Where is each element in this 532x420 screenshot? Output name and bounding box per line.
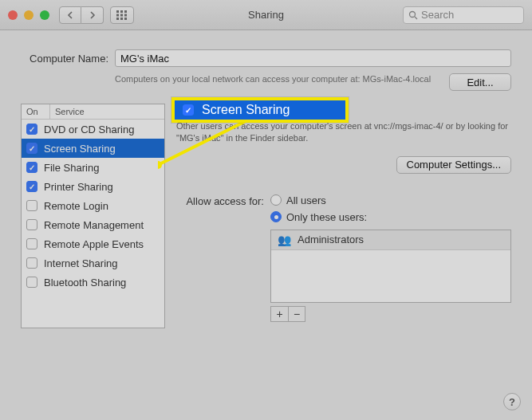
- nav-buttons: [59, 6, 104, 24]
- computer-name-label: Computer Name:: [21, 53, 108, 65]
- header-service: Service: [50, 104, 164, 119]
- service-label: Printer Sharing: [44, 181, 113, 193]
- access-label: Allow access for:: [176, 194, 264, 207]
- service-checkbox[interactable]: [26, 277, 37, 288]
- service-label: Internet Sharing: [44, 257, 118, 269]
- service-label: Remote Login: [44, 200, 108, 212]
- grid-icon: [116, 10, 128, 20]
- user-row[interactable]: 👥 Administrators: [271, 230, 510, 250]
- service-row[interactable]: Internet Sharing: [22, 253, 164, 273]
- computer-name-desc-row: Computers on your local network can acce…: [0, 70, 532, 91]
- svg-rect-4: [120, 14, 123, 16]
- user-list[interactable]: 👥 Administrators: [270, 230, 511, 303]
- chevron-right-icon: [89, 11, 96, 19]
- callout-label: Screen Sharing: [202, 103, 290, 117]
- users-icon: 👥: [278, 234, 291, 246]
- minimize-icon[interactable]: [24, 10, 33, 20]
- svg-rect-8: [124, 18, 127, 20]
- svg-rect-2: [124, 10, 127, 13]
- highlight-callout: Screen Sharing: [171, 97, 349, 123]
- service-checkbox[interactable]: [26, 238, 37, 249]
- svg-rect-0: [116, 10, 119, 13]
- service-checkbox[interactable]: [26, 162, 37, 173]
- computer-name-field[interactable]: [115, 49, 511, 67]
- zoom-icon[interactable]: [40, 10, 49, 20]
- service-label: File Sharing: [44, 162, 99, 174]
- radio-icon: [270, 194, 282, 206]
- service-label: DVD or CD Sharing: [44, 124, 134, 135]
- titlebar: Sharing Search: [0, 0, 532, 30]
- service-checkbox[interactable]: [26, 257, 37, 269]
- service-row[interactable]: File Sharing: [22, 158, 164, 177]
- service-row[interactable]: Printer Sharing: [22, 177, 164, 196]
- service-label: Remote Management: [44, 219, 144, 231]
- service-row[interactable]: Screen Sharing: [22, 139, 164, 158]
- back-button[interactable]: [59, 6, 81, 24]
- close-icon[interactable]: [8, 10, 18, 20]
- services-header: On Service: [22, 104, 164, 120]
- service-row[interactable]: Remote Apple Events: [22, 234, 164, 253]
- svg-rect-5: [124, 14, 127, 16]
- service-checkbox[interactable]: [26, 219, 37, 230]
- services-table: On Service DVD or CD SharingScreen Shari…: [21, 104, 165, 328]
- radio-all-users[interactable]: All users: [270, 194, 367, 206]
- computer-settings-button[interactable]: Computer Settings...: [396, 156, 512, 174]
- computer-name-row: Computer Name:: [0, 30, 532, 70]
- search-input[interactable]: Search: [403, 6, 524, 24]
- remove-user-button[interactable]: −: [288, 306, 305, 322]
- status-info-text: Other users can access your computer's s…: [176, 120, 511, 145]
- access-row: Allow access for: All users Only these u…: [176, 194, 511, 223]
- checkbox-icon: [183, 104, 194, 116]
- computer-name-description: Computers on your local network can acce…: [115, 73, 443, 85]
- header-on: On: [22, 104, 50, 119]
- svg-line-10: [415, 17, 417, 19]
- search-placeholder: Search: [421, 9, 454, 21]
- service-row[interactable]: Remote Management: [22, 215, 164, 234]
- service-detail: Screen Sharing: On Other users can acces…: [176, 104, 511, 328]
- svg-point-9: [410, 11, 416, 17]
- service-label: Screen Sharing: [44, 143, 116, 155]
- edit-button[interactable]: Edit...: [449, 73, 511, 91]
- service-label: Bluetooth Sharing: [44, 277, 126, 289]
- window-controls: [8, 10, 49, 20]
- service-checkbox[interactable]: [26, 200, 37, 211]
- svg-rect-7: [120, 18, 123, 20]
- service-row[interactable]: Bluetooth Sharing: [22, 273, 164, 292]
- user-add-remove: + −: [270, 306, 511, 322]
- radio-icon: [270, 211, 282, 222]
- radio-only-label: Only these users:: [286, 211, 367, 223]
- main-area: On Service DVD or CD SharingScreen Shari…: [0, 91, 532, 343]
- add-user-button[interactable]: +: [270, 306, 288, 322]
- radio-only-users[interactable]: Only these users:: [270, 211, 367, 223]
- service-checkbox[interactable]: [26, 143, 37, 154]
- service-row[interactable]: DVD or CD Sharing: [22, 120, 164, 139]
- svg-rect-6: [116, 18, 119, 20]
- service-checkbox[interactable]: [26, 124, 37, 135]
- service-row[interactable]: Remote Login: [22, 196, 164, 215]
- show-all-button[interactable]: [110, 6, 134, 24]
- radio-all-label: All users: [286, 194, 326, 206]
- forward-button[interactable]: [81, 6, 104, 24]
- service-label: Remote Apple Events: [44, 238, 144, 250]
- search-icon: [408, 10, 418, 20]
- user-row-label: Administrators: [298, 234, 364, 245]
- svg-rect-3: [116, 14, 119, 16]
- service-checkbox[interactable]: [26, 181, 37, 192]
- svg-rect-1: [120, 10, 123, 13]
- chevron-left-icon: [67, 11, 73, 19]
- help-button[interactable]: ?: [503, 393, 521, 410]
